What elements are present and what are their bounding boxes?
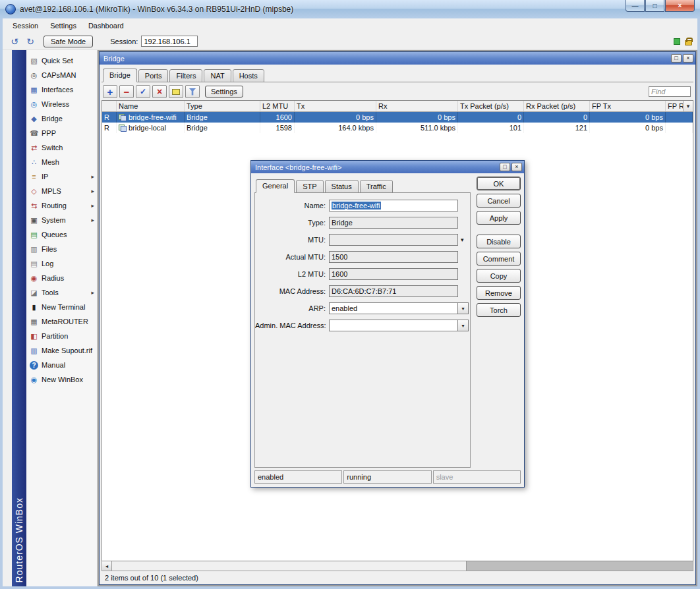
sidebar-item-log[interactable]: ▤Log xyxy=(26,256,97,271)
l2mtu-column-header[interactable]: L2 MTU xyxy=(260,101,295,111)
actual-mtu-field-value: 1500 xyxy=(332,253,347,261)
make-supout-icon: ▥ xyxy=(30,347,38,355)
name-field[interactable]: bridge-free-wifi xyxy=(329,200,458,211)
torch-button[interactable]: Torch xyxy=(477,303,521,317)
bridge-close-button[interactable]: × xyxy=(683,54,693,63)
sidebar-item-radius[interactable]: ◉Radius xyxy=(26,271,97,285)
tab-hosts[interactable]: Hosts xyxy=(233,69,264,82)
disable-button[interactable]: Disable xyxy=(477,235,521,248)
sidebar-item-label: MPLS xyxy=(42,187,88,195)
add-button[interactable]: + xyxy=(103,85,117,98)
find-input[interactable] xyxy=(649,86,691,97)
menu-session[interactable]: Session xyxy=(7,20,44,32)
rx-packet-column-header[interactable]: Rx Packet (p/s) xyxy=(524,101,590,111)
filter-button[interactable] xyxy=(185,85,200,98)
sidebar-item-ppp[interactable]: ☎PPP xyxy=(26,126,97,140)
comment-button[interactable]: Comment xyxy=(477,252,521,266)
safe-mode-button[interactable]: Safe Mode xyxy=(44,36,93,47)
disable-cross-icon: × xyxy=(157,86,162,97)
cancel-button[interactable]: Cancel xyxy=(477,194,521,208)
flag-column-header[interactable] xyxy=(102,101,117,111)
mtu-dropdown-arrow-icon[interactable]: ▾ xyxy=(461,237,464,243)
arp-combobox[interactable]: enabled xyxy=(329,302,458,314)
tab-status[interactable]: Status xyxy=(325,180,359,193)
redo-button[interactable]: ↻ xyxy=(22,35,38,48)
menu-settings[interactable]: Settings xyxy=(44,20,82,32)
copy-button[interactable]: Copy xyxy=(477,269,521,283)
sidebar-item-mpls[interactable]: ◇MPLS▸ xyxy=(26,184,97,198)
sidebar-item-metarouter[interactable]: ▦MetaROUTER xyxy=(26,314,97,329)
bridge-maximize-button[interactable]: □ xyxy=(671,54,682,63)
arp-dropdown-button[interactable]: ▾ xyxy=(458,302,469,314)
sidebar-item-partition[interactable]: ◧Partition xyxy=(26,329,97,343)
comment-button[interactable] xyxy=(169,85,183,98)
disable-button[interactable]: × xyxy=(152,85,167,98)
tab-traffic[interactable]: Traffic xyxy=(360,180,393,193)
sidebar-item-label: Mesh xyxy=(42,158,94,166)
remove-button[interactable]: − xyxy=(119,85,134,98)
ok-button[interactable]: OK xyxy=(477,177,521,190)
mtu-field[interactable] xyxy=(329,234,458,246)
sidebar-item-capsman[interactable]: ◎CAPsMAN xyxy=(26,68,97,82)
name-column-header[interactable]: Name xyxy=(117,101,185,111)
tab-bridge[interactable]: Bridge xyxy=(103,69,137,82)
fp-tx-column-header[interactable]: FP Tx xyxy=(590,101,666,111)
column-chooser-button[interactable]: ▼ xyxy=(683,101,693,111)
menu-dashboard[interactable]: Dashboard xyxy=(82,20,130,32)
remove-button[interactable]: Remove xyxy=(477,286,521,300)
tab-filters[interactable]: Filters xyxy=(169,69,202,82)
sidebar-item-ip[interactable]: ≡IP▸ xyxy=(26,169,97,184)
undo-button[interactable]: ↺ xyxy=(7,35,22,48)
session-input[interactable] xyxy=(141,36,198,47)
table-row[interactable]: R bridge-local Bridge 1598 164.0 kbps 51… xyxy=(102,123,693,133)
sidebar-item-queues[interactable]: ▤Queues xyxy=(26,227,97,242)
sidebar-item-new-winbox[interactable]: ◉New WinBox xyxy=(26,372,97,387)
winbox-app-icon xyxy=(5,4,16,14)
bridge-window-title: Bridge xyxy=(103,55,670,63)
sidebar-item-bridge[interactable]: ◆Bridge xyxy=(26,111,97,126)
sidebar-item-wireless[interactable]: ◎Wireless xyxy=(26,97,97,111)
settings-button[interactable]: Settings xyxy=(205,86,243,98)
type-column-header[interactable]: Type xyxy=(185,101,260,111)
tab-nat[interactable]: NAT xyxy=(204,69,231,82)
sidebar-item-files[interactable]: ▥Files xyxy=(26,242,97,256)
tab-stp[interactable]: STP xyxy=(296,180,323,193)
sidebar-item-switch[interactable]: ⇄Switch xyxy=(26,140,97,155)
scroll-left-button[interactable]: ◄ xyxy=(102,561,112,571)
sidebar-item-system[interactable]: ▣System▸ xyxy=(26,213,97,227)
dialog-titlebar[interactable]: Interface <bridge-free-wifi> □ × xyxy=(251,161,524,173)
minimize-button[interactable]: — xyxy=(626,0,645,12)
l2-mtu-field-value: 1600 xyxy=(332,270,347,278)
tx-packet-column-header[interactable]: Tx Packet (p/s) xyxy=(458,101,524,111)
rx-column-header[interactable]: Rx xyxy=(376,101,458,111)
tab-ports[interactable]: Ports xyxy=(138,69,169,82)
enable-button[interactable]: ✓ xyxy=(136,85,150,98)
status-running: running xyxy=(343,470,431,484)
scrollbar-thumb[interactable] xyxy=(112,561,467,571)
sidebar-item-new-terminal[interactable]: ▮New Terminal xyxy=(26,300,97,314)
sidebar-item-routing[interactable]: ⇆Routing▸ xyxy=(26,198,97,213)
maximize-icon: □ xyxy=(674,55,678,61)
bridge-icon: ◆ xyxy=(30,115,38,123)
maximize-button[interactable]: □ xyxy=(645,0,664,12)
dialog-maximize-button[interactable]: □ xyxy=(500,163,510,171)
tab-general[interactable]: General xyxy=(256,179,295,193)
radius-icon: ◉ xyxy=(30,274,38,283)
sidebar-item-make-supout[interactable]: ▥Make Supout.rif xyxy=(26,343,97,358)
row-fp-tx: 0 bps xyxy=(590,123,666,133)
sidebar-item-quick-set[interactable]: ▧Quick Set xyxy=(26,53,97,68)
admin-mac-dropdown-button[interactable]: ▾ xyxy=(458,320,469,331)
close-button[interactable]: × xyxy=(665,0,695,12)
sidebar-item-mesh[interactable]: ∴Mesh xyxy=(26,155,97,169)
main-titlebar[interactable]: avet@192.168.106.1 (MikroTik) - WinBox v… xyxy=(0,0,700,18)
apply-button[interactable]: Apply xyxy=(477,211,521,225)
horizontal-scrollbar[interactable]: ◄ xyxy=(102,561,693,571)
bridge-window-titlebar[interactable]: Bridge □ × xyxy=(100,52,695,65)
tx-column-header[interactable]: Tx xyxy=(295,101,376,111)
sidebar-item-manual[interactable]: ?Manual xyxy=(26,358,97,372)
sidebar-item-interfaces[interactable]: ▦Interfaces xyxy=(26,82,97,97)
admin-mac-field[interactable] xyxy=(329,320,458,331)
sidebar-item-tools[interactable]: ◪Tools▸ xyxy=(26,285,97,300)
table-row[interactable]: R bridge-free-wifi Bridge 1600 0 bps 0 b… xyxy=(102,112,693,123)
dialog-close-button[interactable]: × xyxy=(511,163,522,171)
